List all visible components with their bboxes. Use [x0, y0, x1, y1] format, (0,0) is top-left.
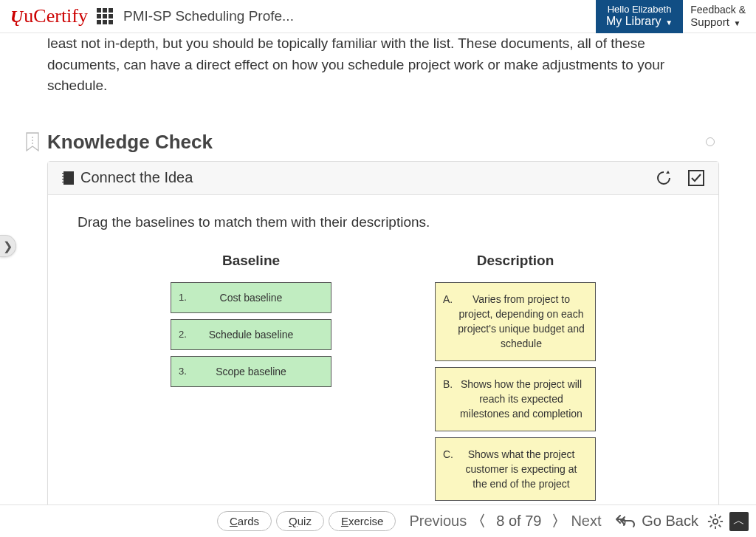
chevron-right-icon: 〉 [551, 511, 566, 531]
svg-point-2 [32, 143, 33, 144]
brand-text: uCertify [24, 5, 88, 27]
description-text: Varies from project to project, dependin… [458, 293, 585, 350]
reload-icon[interactable] [655, 169, 673, 187]
baseline-label: Scope baseline [171, 366, 331, 377]
submit-check-icon[interactable] [687, 169, 705, 187]
svg-point-1 [32, 140, 33, 141]
card-header: Connect the Idea [48, 162, 718, 195]
logo-mark: Ų [10, 7, 23, 27]
cards-button[interactable]: Cards [217, 511, 272, 531]
description-column: Description A. Varies from project to pr… [435, 253, 596, 502]
next-label: Next [571, 513, 601, 530]
undo-icon [619, 516, 636, 527]
instruction-text: Drag the baselines to match them with th… [78, 214, 689, 230]
greeting-text: Hello Elizabeth [606, 4, 673, 15]
svg-line-16 [710, 524, 712, 527]
collapse-bar-button[interactable]: ︿ [729, 512, 749, 531]
baseline-number: 3. [179, 366, 187, 377]
bookmark-icon [25, 132, 40, 151]
baseline-list: 1. Cost baseline 2. Schedule baseline 3.… [171, 282, 331, 387]
chevron-up-icon: ︿ [733, 513, 745, 529]
mode-pill-group: Cards Quiz Exercise [217, 511, 396, 531]
baseline-number: 2. [179, 329, 187, 340]
baseline-number: 1. [179, 292, 187, 303]
caret-down-icon: ▼ [664, 18, 673, 27]
previous-label: Previous [409, 513, 467, 530]
matching-columns: Baseline 1. Cost baseline 2. Schedule ba… [78, 253, 689, 502]
svg-rect-8 [689, 171, 704, 185]
description-text: Shows how the project will reach its exp… [460, 378, 583, 420]
section-title: Knowledge Check [47, 131, 213, 154]
previous-button[interactable]: Previous 〈 [409, 511, 486, 531]
page-counter: 8 of 79 [496, 513, 541, 530]
notebook-icon [61, 171, 75, 185]
chevron-left-icon: 〈 [471, 511, 486, 531]
baseline-label: Schedule baseline [171, 329, 331, 341]
support-label: Support ▼ [690, 16, 746, 28]
top-bar: ŲuCertify PMI-SP Scheduling Profe... Hel… [0, 0, 756, 33]
svg-rect-6 [62, 179, 64, 179]
feedback-label: Feedback & [690, 4, 746, 16]
baseline-column-title: Baseline [171, 253, 331, 269]
next-button[interactable]: 〉 Next [551, 511, 601, 531]
exercise-button[interactable]: Exercise [329, 511, 396, 531]
quiz-button[interactable]: Quiz [276, 511, 324, 531]
description-item[interactable]: C. Shows what the project customer is ex… [435, 437, 596, 502]
baseline-column: Baseline 1. Cost baseline 2. Schedule ba… [171, 253, 331, 502]
description-item[interactable]: A. Varies from project to project, depen… [435, 282, 596, 361]
svg-point-9 [713, 519, 718, 523]
course-title: PMI-SP Scheduling Profe... [123, 8, 294, 24]
main-content: least not in-depth, but you should be to… [0, 33, 756, 537]
description-text: Shows what the project customer is expec… [466, 448, 577, 490]
baseline-item[interactable]: 3. Scope baseline [171, 356, 331, 387]
settings-gear-icon[interactable] [707, 513, 724, 530]
baseline-label: Cost baseline [171, 292, 331, 304]
svg-line-17 [719, 516, 721, 518]
bottom-nav-bar: Cards Quiz Exercise Previous 〈 8 of 79 〉… [0, 504, 756, 537]
svg-point-0 [32, 137, 33, 138]
activity-card: Connect the Idea Drag the baselines to m… [47, 161, 719, 538]
support-menu[interactable]: Feedback & Support ▼ [683, 0, 756, 33]
section-header-row: Knowledge Check [47, 131, 719, 154]
go-back-button[interactable]: Go Back [614, 513, 698, 530]
baseline-item[interactable]: 1. Cost baseline [171, 282, 331, 313]
svg-rect-3 [63, 171, 74, 185]
my-library-menu[interactable]: Hello Elizabeth My Library ▼ [596, 0, 683, 33]
svg-rect-7 [62, 182, 64, 182]
brand-logo[interactable]: ŲuCertify [10, 5, 88, 27]
apps-grid-icon[interactable] [97, 8, 113, 24]
card-body: Drag the baselines to match them with th… [48, 195, 718, 538]
svg-rect-5 [62, 176, 64, 177]
caret-down-icon: ▼ [732, 19, 741, 27]
description-letter: C. [443, 447, 453, 462]
go-back-label: Go Back [642, 513, 698, 530]
description-letter: B. [443, 377, 453, 391]
card-title: Connect the Idea [80, 169, 193, 186]
description-column-title: Description [435, 253, 596, 269]
description-list: A. Varies from project to project, depen… [435, 282, 596, 502]
svg-line-14 [710, 516, 712, 518]
progress-indicator-circle [706, 137, 715, 146]
page-nav-group: Previous 〈 8 of 79 〉 Next [409, 511, 601, 531]
my-library-label: My Library ▼ [606, 15, 673, 28]
description-letter: A. [443, 292, 453, 307]
svg-line-15 [719, 524, 721, 527]
svg-rect-4 [62, 173, 64, 174]
baseline-item[interactable]: 2. Schedule baseline [171, 319, 331, 350]
description-item[interactable]: B. Shows how the project will reach its … [435, 367, 596, 431]
intro-paragraph: least not in-depth, but you should be to… [47, 33, 719, 97]
